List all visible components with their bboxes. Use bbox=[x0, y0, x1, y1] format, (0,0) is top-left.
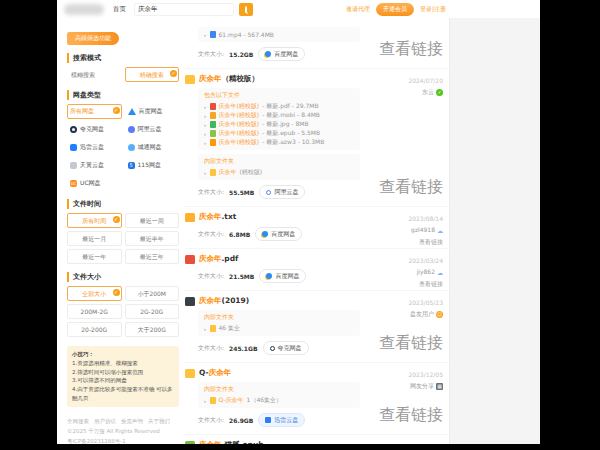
view-link[interactable]: 查看链接 bbox=[408, 236, 443, 247]
disk-type-label: 天翼云盘 bbox=[80, 161, 104, 170]
folder-file-icon bbox=[210, 169, 216, 176]
inner-file-line: ▸庆余年(精校版) - 最新.jpg - 8MB bbox=[204, 120, 354, 129]
result-uploader: 东云✓ bbox=[408, 86, 443, 97]
tip-line: 4.由于资源比较多可能搜索不准确 可以多翻几页 bbox=[72, 385, 174, 403]
ali-badge-icon bbox=[266, 190, 271, 195]
disk-type-label: UC网盘 bbox=[80, 179, 101, 188]
view-link[interactable]: 查看链接 bbox=[379, 39, 443, 60]
smile-user-icon: ☺ bbox=[436, 311, 443, 318]
expand-arrow-icon: ▸ bbox=[204, 326, 207, 332]
inner-file-rest: - 最新.mobi - 8.4MB bbox=[262, 111, 320, 120]
file-size-option-label: 2G-20G bbox=[140, 308, 163, 315]
view-link[interactable]: 查看链接 bbox=[379, 405, 443, 426]
footer-link[interactable]: 关于我们 bbox=[148, 418, 170, 424]
file-size-option[interactable]: 200M-2G bbox=[67, 304, 122, 319]
file-time-option[interactable]: 最近一周 bbox=[125, 213, 180, 228]
inner-file-rest: - 最新.pdf - 29.7MB bbox=[262, 102, 318, 111]
file-size-label: 文件大小: bbox=[198, 188, 224, 197]
folder-file-icon bbox=[210, 325, 216, 332]
section-file-time: 文件时间 所有时间✓最近一周最近一月最近半年最近一年最近三年 bbox=[67, 199, 179, 264]
invite-agent-link[interactable]: 邀请代理 bbox=[346, 5, 370, 14]
inner-files-label: 包含以下文件 bbox=[204, 91, 354, 100]
check-icon: ✓ bbox=[113, 107, 120, 114]
tips-box: 小技巧： 1.资源选用精准、模糊搜索2.筛选时间可以缩小搜索范围3.可以筛选不同… bbox=[67, 346, 179, 407]
search-mode-option[interactable]: 模糊搜索 bbox=[67, 67, 122, 82]
expand-arrow-icon: ▸ bbox=[204, 122, 207, 128]
section-title: 网盘类型 bbox=[67, 90, 179, 100]
inner-files-box: ▸61.mp4 - 567.4MB bbox=[198, 27, 360, 42]
file-size-value: 6.8MB bbox=[229, 231, 250, 238]
disk-type-ct[interactable]: 城通网盘 bbox=[125, 140, 180, 155]
vip-button[interactable]: 开通会员 bbox=[376, 3, 414, 16]
disk-type-label: 夸克网盘 bbox=[80, 125, 104, 134]
file-time-option-label: 最近三年 bbox=[140, 253, 164, 260]
disk-type-all[interactable]: 所有网盘✓ bbox=[67, 104, 122, 119]
file-size-option[interactable]: 大于200G bbox=[125, 322, 180, 337]
file-time-option[interactable]: 最近一月 bbox=[67, 231, 122, 246]
search-mode-option[interactable]: 精确搜索✓ bbox=[125, 67, 180, 82]
page: 首页 邀请代理 开通会员 登录|注册 高级筛选功能 搜索模式 模糊搜索精确搜索✓… bbox=[57, 0, 540, 444]
netdisk-badge-label: 百度网盘 bbox=[274, 50, 298, 59]
disk-type-uc[interactable]: UCUC网盘 bbox=[67, 176, 122, 191]
inner-files-label: 内部文件夹 bbox=[204, 313, 354, 322]
xunlei-badge-icon bbox=[265, 417, 271, 423]
result-uploader: jiy862☁ bbox=[408, 266, 443, 277]
disk-type-xunlei[interactable]: 迅雷云盘 bbox=[67, 140, 122, 155]
file-time-options: 所有时间✓最近一周最近一月最近半年最近一年最近三年 bbox=[67, 213, 179, 264]
expand-arrow-icon: ▸ bbox=[204, 32, 207, 38]
result-title: 庆余年-猫腻.epub bbox=[199, 440, 264, 444]
result-date: 2023/03/24 bbox=[408, 255, 443, 266]
result-title: 庆余年（精校版） bbox=[199, 74, 259, 84]
view-link[interactable]: 查看链接 bbox=[408, 278, 443, 289]
search-button[interactable] bbox=[239, 3, 253, 16]
inner-file-rest: 46 集全 bbox=[219, 324, 241, 333]
file-size-value: 245.1GB bbox=[229, 345, 257, 352]
inner-files-box: 内部文件夹▸Q-庆余年1（46集全） bbox=[198, 382, 360, 408]
site-logo[interactable] bbox=[64, 4, 104, 15]
file-size-option[interactable]: 全部大小✓ bbox=[67, 286, 122, 301]
footer-link[interactable]: 全网搜索 bbox=[67, 418, 89, 424]
title-rest: (2019) bbox=[222, 296, 250, 305]
disk-type-115[interactable]: 5115网盘 bbox=[125, 158, 180, 173]
nav-home-link[interactable]: 首页 bbox=[113, 5, 126, 14]
disk-type-ty[interactable]: 天翼云盘 bbox=[67, 158, 122, 173]
disk-type-ali[interactable]: 阿里云盘 bbox=[125, 122, 180, 137]
file-time-option[interactable]: 最近三年 bbox=[125, 249, 180, 264]
inner-file-line: ▸庆余年(精校版) - 最新.epub - 5.5MB bbox=[204, 129, 354, 138]
netdisk-badge-label: 百度网盘 bbox=[271, 230, 295, 239]
jpg-file-icon bbox=[210, 121, 216, 128]
result-date: 2023/04/17 bbox=[408, 441, 443, 444]
file-size-option[interactable]: 小于200M bbox=[125, 286, 180, 301]
footer-link[interactable]: 用户协议 bbox=[94, 418, 116, 424]
disk-type-baidu[interactable]: 百度网盘 bbox=[125, 104, 180, 119]
tips-title: 小技巧： bbox=[72, 350, 174, 359]
view-link[interactable]: 查看链接 bbox=[379, 177, 443, 198]
inner-file-line: ▸Q-庆余年1（46集全） bbox=[204, 396, 354, 405]
azw3-file-icon bbox=[210, 139, 216, 146]
footer-link[interactable]: 免责声明 bbox=[121, 418, 143, 424]
inner-files-box: 内部文件夹▸46 集全 bbox=[198, 310, 360, 336]
file-time-option[interactable]: 最近一年 bbox=[67, 249, 122, 264]
section-title: 文件大小 bbox=[67, 272, 179, 282]
view-link[interactable]: 查看链接 bbox=[379, 333, 443, 354]
result-uploader: gzl4918☁ bbox=[408, 224, 443, 235]
expand-arrow-icon: ▸ bbox=[204, 104, 207, 110]
disk-type-quark[interactable]: 夸克网盘 bbox=[67, 122, 122, 137]
ty-disk-icon bbox=[70, 162, 77, 169]
file-size-option[interactable]: 2G-20G bbox=[125, 304, 180, 319]
login-register-link[interactable]: 登录|注册 bbox=[420, 5, 446, 14]
inner-file-keyword: 庆余年(精校版) bbox=[219, 129, 260, 138]
netdisk-badge-label: 阿里云盘 bbox=[274, 188, 298, 197]
disk-type-options: 所有网盘✓百度网盘夸克网盘阿里云盘迅雷云盘城通网盘天翼云盘5115网盘UCUC网… bbox=[67, 104, 179, 191]
title-rest: .pdf bbox=[222, 254, 239, 263]
file-size-value: 15.2GB bbox=[229, 51, 253, 58]
file-time-option[interactable]: 最近半年 bbox=[125, 231, 180, 246]
tip-line: 2.筛选时间可以缩小搜索范围 bbox=[72, 368, 174, 377]
file-time-option[interactable]: 所有时间✓ bbox=[67, 213, 122, 228]
search-result-item: ▸61.mp4 - 567.4MB文件大小:15.2GB百度网盘查看链接 bbox=[185, 18, 449, 69]
advanced-filter-badge: 高级筛选功能 bbox=[67, 32, 119, 45]
disk-type-label: 115网盘 bbox=[138, 161, 161, 170]
search-result-item: Q-庆余年内部文件夹▸Q-庆余年1（46集全）文件大小:26.9GB迅雷云盘查看… bbox=[185, 363, 449, 435]
search-input[interactable] bbox=[134, 3, 234, 16]
file-size-option[interactable]: 20-200G bbox=[67, 322, 122, 337]
